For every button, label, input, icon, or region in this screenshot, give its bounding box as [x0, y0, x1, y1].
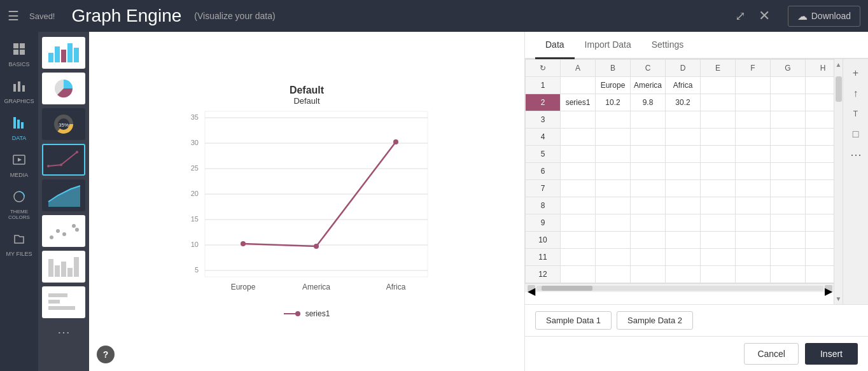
svg-rect-1: [20, 43, 25, 48]
col-header-g: G: [771, 60, 806, 77]
chart-svg: 35 30 25 20 15 10 5 Europe America Afric…: [179, 108, 440, 305]
cell-1-e[interactable]: [701, 77, 736, 94]
thumb-line-chart[interactable]: [42, 144, 85, 176]
svg-point-55: [241, 241, 246, 246]
main-layout: BASICS GRAPHICS DATA MEDIA: [0, 32, 868, 371]
thumb-hbar-chart[interactable]: [42, 286, 85, 318]
basics-icon: [12, 42, 26, 59]
row-num-1: 1: [526, 77, 561, 94]
tab-import-data[interactable]: Import Data: [575, 32, 641, 59]
sidebar-item-my-files[interactable]: MY FILES: [0, 227, 38, 262]
sidebar-item-basics[interactable]: BASICS: [0, 37, 38, 73]
row-num-2: 2: [526, 94, 561, 111]
thumb-pie-chart[interactable]: [42, 73, 85, 104]
more-thumbs-icon[interactable]: ⋯: [55, 322, 73, 342]
cell-2-e[interactable]: [701, 94, 736, 111]
cell-2-a[interactable]: series1: [561, 94, 596, 111]
v-scrollbar-thumb[interactable]: [836, 76, 842, 102]
thumb-area-chart[interactable]: [42, 179, 85, 211]
svg-rect-33: [67, 268, 73, 277]
cell-2-c[interactable]: 9.8: [631, 94, 666, 111]
svg-rect-32: [61, 262, 66, 277]
download-button[interactable]: ☁ Download: [788, 6, 860, 27]
right-toolbar: + ↑ T □ ⋯: [843, 59, 868, 304]
svg-text:25: 25: [191, 164, 199, 172]
help-label: ?: [103, 349, 109, 360]
add-row-button[interactable]: +: [846, 64, 865, 82]
sample-data-buttons: Sample Data 1 Sample Data 2: [525, 304, 868, 336]
menu-icon[interactable]: ☰: [8, 8, 19, 24]
help-button[interactable]: ?: [97, 346, 115, 363]
app-title: Graph Engine: [71, 6, 181, 26]
svg-rect-4: [13, 84, 16, 92]
svg-point-24: [76, 151, 78, 153]
more-options-button[interactable]: ⋯: [846, 146, 865, 164]
cell-2-h[interactable]: [806, 94, 834, 111]
cell-1-b[interactable]: Europe: [596, 77, 631, 94]
col-header-f: F: [736, 60, 771, 77]
thumb-bar-chart[interactable]: [42, 37, 85, 69]
cell-1-g[interactable]: [771, 77, 806, 94]
svg-text:5: 5: [195, 266, 199, 274]
text-format-button[interactable]: T: [846, 105, 865, 123]
v-scrollbar: ▲ ▼: [834, 59, 843, 304]
table-row: 8: [526, 197, 834, 214]
fullscreen-icon[interactable]: ⤢: [735, 8, 746, 24]
svg-rect-16: [67, 43, 73, 62]
svg-rect-30: [48, 259, 53, 277]
sidebar-item-media[interactable]: MEDIA: [0, 148, 38, 183]
cell-1-a[interactable]: [561, 77, 596, 94]
cell-2-b[interactable]: 10.2: [596, 94, 631, 111]
sample-data-2-button[interactable]: Sample Data 2: [617, 311, 693, 330]
thumb-scatter-chart[interactable]: [42, 215, 85, 247]
cell-2-d[interactable]: 30.2: [666, 94, 701, 111]
svg-text:Europe: Europe: [231, 283, 256, 291]
v-scroll-down-arrow[interactable]: ▼: [834, 293, 843, 304]
tab-settings[interactable]: Settings: [641, 32, 694, 59]
graphics-label: GRAPHICS: [4, 98, 34, 104]
square-button[interactable]: □: [846, 125, 865, 143]
tab-data[interactable]: Data: [535, 32, 575, 59]
svg-rect-37: [48, 306, 75, 310]
upload-button[interactable]: ↑: [846, 85, 865, 102]
cell-1-c[interactable]: America: [631, 77, 666, 94]
refresh-cell[interactable]: ↻: [526, 60, 561, 77]
svg-rect-8: [17, 120, 20, 129]
legend-label: series1: [305, 309, 330, 318]
sidebar-item-graphics[interactable]: GRAPHICS: [0, 74, 38, 109]
theme-colors-label: THEMECOLORS: [8, 209, 30, 220]
cell-1-h[interactable]: [806, 77, 834, 94]
spreadsheet-container[interactable]: ↻ A B C D E F G H 1: [525, 59, 834, 304]
cell-2-g[interactable]: [771, 94, 806, 111]
close-icon[interactable]: ✕: [759, 8, 770, 24]
svg-marker-11: [18, 158, 22, 162]
svg-rect-15: [61, 50, 66, 62]
h-scrollbar-thumb[interactable]: [542, 286, 592, 291]
svg-rect-2: [13, 50, 18, 55]
thumb-bar2-chart[interactable]: [42, 251, 85, 283]
cell-1-d[interactable]: Africa: [666, 77, 701, 94]
sidebar-thumbnails: 35%: [38, 32, 89, 371]
svg-rect-3: [20, 50, 25, 55]
sidebar-item-data[interactable]: DATA: [0, 111, 38, 146]
spreadsheet-wrapper: ↻ A B C D E F G H 1: [525, 59, 868, 304]
cell-1-f[interactable]: [736, 77, 771, 94]
v-scroll-up-arrow[interactable]: ▲: [834, 59, 843, 70]
cancel-button[interactable]: Cancel: [744, 343, 799, 365]
table-row: 2 series1 10.2 9.8 30.2: [526, 94, 834, 111]
media-icon: [12, 153, 26, 170]
table-row: 7: [526, 180, 834, 197]
data-icon: [12, 116, 26, 133]
h-scrollbar-right-arrow[interactable]: ▶: [825, 285, 832, 291]
table-row: 6: [526, 163, 834, 180]
insert-button[interactable]: Insert: [805, 343, 858, 365]
thumb-donut-chart[interactable]: 35%: [42, 108, 85, 140]
col-header-b: B: [596, 60, 631, 77]
sample-data-1-button[interactable]: Sample Data 1: [535, 311, 612, 330]
sidebar-item-theme-colors[interactable]: THEMECOLORS: [0, 185, 38, 225]
h-scrollbar-left-arrow[interactable]: ◀: [528, 285, 535, 291]
chart-title: Default: [179, 85, 434, 96]
cell-2-f[interactable]: [736, 94, 771, 111]
svg-rect-13: [48, 53, 53, 62]
theme-colors-icon: [12, 190, 26, 207]
